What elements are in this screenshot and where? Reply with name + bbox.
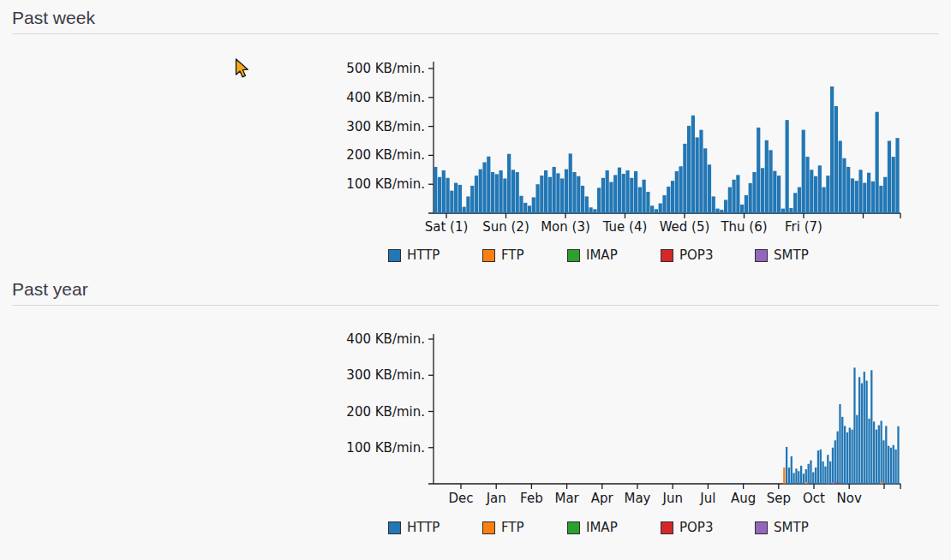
bar: [475, 176, 478, 213]
section-header-past-week: Past week: [12, 7, 939, 34]
bar: [671, 181, 674, 213]
bar: [609, 182, 613, 214]
bar: [783, 468, 785, 484]
bar: [516, 172, 519, 213]
bar: [883, 177, 887, 213]
x-tick-label: Mar: [554, 491, 579, 506]
bar: [885, 426, 887, 484]
bar: [593, 209, 596, 213]
trace-marker-smtp: [832, 482, 834, 484]
bar: [618, 168, 621, 213]
bar: [655, 209, 658, 213]
legend-item-imap: IMAP: [567, 248, 618, 263]
bar: [829, 462, 831, 484]
legend-label-smtp: SMTP: [774, 521, 809, 535]
bar: [708, 164, 711, 213]
bar: [888, 141, 891, 214]
bar: [792, 473, 794, 484]
bar: [450, 191, 453, 213]
legend-label-smtp: SMTP: [774, 248, 809, 263]
bar: [712, 196, 715, 213]
bar: [786, 120, 789, 213]
legend-label-imap: IMAP: [586, 521, 618, 535]
past-week-legend: HTTPFTPIMAPPOP3SMTP: [381, 248, 861, 265]
mouse-cursor-icon: [235, 58, 252, 80]
legend-label-pop3: POP3: [679, 248, 713, 263]
bar: [810, 461, 811, 484]
y-tick-label: 300 KB/min.: [346, 119, 425, 134]
bar: [519, 196, 523, 213]
bar: [894, 450, 896, 484]
x-tick-label: Aug: [731, 491, 756, 506]
y-tick-label: 400 KB/min.: [346, 331, 425, 347]
bar: [434, 167, 437, 213]
bar: [585, 196, 589, 213]
trace-marker-ftp: [880, 482, 882, 484]
legend-swatch-smtp: [755, 249, 768, 262]
bar: [720, 210, 723, 213]
bandwidth-monitoring-page: { "page": {"background": "#f8f8f9"}, "se…: [0, 0, 951, 560]
bar: [463, 207, 466, 213]
x-tick-label: Sat (1): [425, 219, 469, 235]
bar: [544, 170, 547, 213]
bar: [687, 126, 691, 213]
bar: [572, 172, 576, 213]
x-tick-label: May: [624, 491, 650, 506]
bar: [765, 140, 769, 213]
bar: [659, 204, 662, 213]
bar: [786, 447, 787, 484]
bar: [479, 170, 482, 213]
x-tick-label: Sep: [767, 491, 791, 506]
bar: [810, 170, 813, 213]
bar: [888, 446, 889, 484]
x-axis-ticks: Sat (1)Sun (2)Mon (3)Tue (4)Wed (5)Thu (…: [425, 213, 900, 235]
bar: [548, 177, 552, 213]
section-header-past-year: Past year: [12, 278, 939, 306]
legend-item-ftp: FTP: [482, 248, 524, 263]
x-tick-label: Sun (2): [482, 219, 529, 235]
bars-series-http: [434, 86, 899, 213]
x-tick-label: Mon (3): [541, 219, 590, 235]
legend-swatch-imap: [567, 521, 580, 534]
bar: [897, 426, 899, 484]
bar: [820, 450, 822, 484]
bar: [491, 172, 494, 213]
bar: [535, 184, 539, 213]
bar: [733, 180, 736, 213]
bar: [696, 137, 699, 213]
legend-swatch-pop3: [661, 521, 673, 534]
bar: [868, 419, 870, 484]
bar: [495, 174, 499, 213]
bar: [802, 130, 805, 213]
bar: [454, 183, 458, 213]
bar: [798, 188, 801, 213]
bar: [458, 185, 462, 213]
bar: [752, 172, 756, 213]
legend-swatch-smtp: [755, 521, 768, 534]
x-axis-ticks: DecJanFebMarAprMayJunJulAugSepOctNov: [448, 484, 900, 506]
bar: [523, 203, 527, 213]
y-tick-label: 400 KB/min.: [346, 90, 425, 105]
bar: [817, 450, 819, 484]
y-tick-label: 300 KB/min.: [346, 367, 425, 383]
bar: [606, 170, 609, 213]
y-axis-ticks: 100 KB/min.200 KB/min.300 KB/min.400 KB/…: [346, 331, 434, 456]
bar: [873, 421, 875, 484]
bar: [851, 178, 854, 213]
bar: [556, 173, 559, 213]
legend-label-imap: IMAP: [586, 248, 618, 263]
bar: [788, 468, 790, 484]
bar: [880, 420, 882, 484]
x-tick-label: Nov: [837, 491, 862, 506]
legend-swatch-ftp: [482, 249, 495, 262]
bar: [638, 188, 642, 213]
legend-label-http: HTTP: [407, 521, 440, 535]
legend-item-http: HTTP: [388, 521, 440, 535]
bar: [667, 187, 670, 213]
bar: [565, 170, 568, 213]
past-week-chart: 100 KB/min.200 KB/min.300 KB/min.400 KB/…: [343, 50, 917, 247]
bar: [839, 141, 842, 214]
bar: [795, 468, 797, 484]
bar: [822, 462, 823, 484]
bar: [466, 196, 470, 213]
